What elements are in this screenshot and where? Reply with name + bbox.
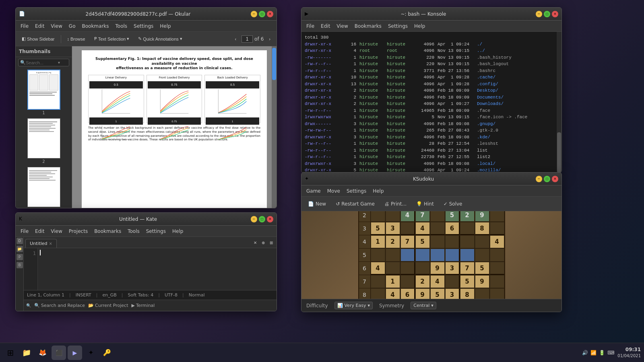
sudoku-cell-r4-c3[interactable]: 7 xyxy=(400,235,415,248)
sudoku-cell-r8-c3[interactable]: 6 xyxy=(400,288,415,299)
sudoku-cell-r8-c6[interactable]: 3 xyxy=(445,288,460,299)
sudoku-cell-r2-c7[interactable]: 2 xyxy=(460,211,475,222)
kate-side-doc-icon[interactable]: D xyxy=(17,238,23,244)
ksudoku-print-btn[interactable]: 🖨 Print... xyxy=(381,200,410,208)
ksudoku-menu-help[interactable]: Help xyxy=(369,187,387,195)
taskbar-files-icon[interactable]: 📁 xyxy=(19,346,34,360)
kate-split-btn[interactable]: ⊞ xyxy=(268,237,275,248)
sudoku-cell-r4-c1[interactable]: 1 xyxy=(371,235,385,248)
kate-search-replace-btn[interactable]: 🔍 Search and Replace xyxy=(34,303,85,308)
kate-menu-file[interactable]: File xyxy=(17,228,32,235)
sudoku-cell-r5-c8[interactable] xyxy=(475,249,489,261)
okular-minimize-btn[interactable]: − xyxy=(251,11,257,17)
kate-menu-view[interactable]: View xyxy=(47,228,65,235)
sudoku-cell-r7-c8[interactable]: 9 xyxy=(475,275,489,288)
konsole-menu-settings[interactable]: Settings xyxy=(385,23,411,30)
sudoku-cell-r5-c1[interactable] xyxy=(371,249,385,261)
sudoku-cell-r8-c7[interactable]: 8 xyxy=(460,288,475,299)
sudoku-cell-r3-c2[interactable]: 3 xyxy=(386,222,400,235)
konsole-maximize-btn[interactable]: □ xyxy=(544,11,550,17)
konsole-menu-view[interactable]: View xyxy=(333,23,351,30)
kate-status-encoding[interactable]: UTF-8 xyxy=(165,292,178,298)
sudoku-cell-r4-c5[interactable] xyxy=(430,235,445,248)
volume-icon[interactable]: 🔊 xyxy=(582,350,588,356)
konsole-scrollbar-thumb[interactable] xyxy=(557,132,561,173)
sudoku-cell-r5-c3[interactable] xyxy=(400,249,415,261)
sudoku-cell-r5-c6[interactable] xyxy=(445,249,460,261)
okular-text-selection-btn[interactable]: Ᵽ Text Selection ▾ xyxy=(91,34,133,44)
sudoku-cell-r6-c1[interactable]: 4 xyxy=(371,262,385,275)
ksudoku-menu-move[interactable]: Move xyxy=(324,187,343,195)
taskbar-firefox-icon[interactable]: 🦊 xyxy=(35,346,50,360)
kate-tab-untitled[interactable]: Untitled × xyxy=(25,239,57,248)
okular-menu-help[interactable]: Help xyxy=(157,23,174,30)
konsole-close-btn[interactable]: × xyxy=(552,11,558,17)
sudoku-cell-r5-c5[interactable] xyxy=(430,249,445,261)
ksudoku-solve-btn[interactable]: ✓ Solve xyxy=(440,200,466,208)
taskbar-kleopatra-icon[interactable]: 🔑 xyxy=(100,346,114,360)
sudoku-cell-r5-c9[interactable] xyxy=(490,249,504,261)
sudoku-cell-r6-c2[interactable] xyxy=(386,262,400,275)
kate-close-btn[interactable]: × xyxy=(267,216,273,222)
kate-status-syntax[interactable]: Normal xyxy=(189,292,205,298)
okular-next-btn[interactable]: › xyxy=(265,34,274,44)
konsole-menu-edit[interactable]: Edit xyxy=(318,23,333,30)
okular-sidebar-search-input[interactable] xyxy=(26,60,58,65)
sudoku-cell-r2-c6[interactable]: 5 xyxy=(445,211,460,222)
okular-scrollbar[interactable] xyxy=(272,46,277,208)
okular-show-sidebar-btn[interactable]: ◧ Show Sidebar xyxy=(18,34,58,44)
ksudoku-hint-btn[interactable]: 💡 Hint xyxy=(413,200,437,208)
sudoku-cell-r7-c7[interactable]: 5 xyxy=(460,275,475,288)
ksudoku-maximize-btn[interactable]: □ xyxy=(544,176,550,182)
kate-close-doc-btn[interactable]: ✕ xyxy=(252,237,259,248)
sudoku-cell-r8-c9[interactable] xyxy=(490,288,504,299)
sudoku-cell-r8-c5[interactable]: 5 xyxy=(430,288,445,299)
kate-editor[interactable]: 1 xyxy=(24,248,277,290)
kate-side-search-icon[interactable]: B xyxy=(17,262,23,268)
keyboard-icon[interactable]: ⌨ xyxy=(607,350,614,356)
ksudoku-symmetry-dropdown[interactable]: Central ▾ xyxy=(411,302,436,309)
sudoku-cell-r2-c3[interactable]: 4 xyxy=(400,211,415,222)
kate-side-bookmark-icon[interactable]: P xyxy=(17,254,23,260)
sudoku-cell-r2-c8[interactable]: 9 xyxy=(475,211,489,222)
sudoku-cell-r3-c8[interactable]: 8 xyxy=(475,222,489,235)
battery-icon[interactable]: 🔋 xyxy=(599,350,605,356)
sudoku-cell-r8-c2[interactable]: 4 xyxy=(386,288,400,299)
konsole-terminal[interactable]: total 380drwxr-xr-x16hirsutehirsute4096A… xyxy=(301,32,557,173)
kate-menu-projects[interactable]: Projects xyxy=(66,228,91,235)
sudoku-cell-r3-c1[interactable]: 5 xyxy=(371,222,385,235)
sudoku-cell-r8-c8[interactable] xyxy=(475,288,489,299)
kate-side-folder-icon[interactable]: 📁 xyxy=(17,246,23,252)
kate-minimize-btn[interactable]: − xyxy=(251,216,257,222)
network-icon[interactable]: 📶 xyxy=(590,350,597,356)
kate-status-tabs[interactable]: Soft Tabs: 4 xyxy=(128,292,153,298)
sudoku-cell-r2-c2[interactable] xyxy=(386,211,400,222)
sudoku-cell-r3-c7[interactable] xyxy=(460,222,475,235)
konsole-menu-help[interactable]: Help xyxy=(411,23,428,30)
konsole-scrollbar[interactable] xyxy=(557,32,561,173)
sudoku-cell-r6-c8[interactable]: 5 xyxy=(475,262,489,275)
sudoku-cell-r2-c9[interactable] xyxy=(490,211,504,222)
kate-maximize-btn[interactable]: □ xyxy=(259,216,265,222)
sudoku-cell-r3-c4[interactable]: 4 xyxy=(415,222,430,235)
sudoku-cell-r6-c5[interactable]: 9 xyxy=(430,262,445,275)
kate-tab-close-btn[interactable]: × xyxy=(49,241,52,246)
okular-pdf-viewer[interactable]: Supplementary Fig. 1: Impact of vaccine … xyxy=(72,46,277,208)
sudoku-cell-r7-c5[interactable]: 4 xyxy=(430,275,445,288)
okular-maximize-btn[interactable]: □ xyxy=(259,11,265,17)
taskbar-clock[interactable]: 09:31 01/04/2021 xyxy=(617,347,641,358)
search-filter-icon[interactable]: ▾ xyxy=(58,60,60,65)
sudoku-board[interactable]: 1793224752935346841275456493757124598469… xyxy=(358,211,505,299)
okular-prev-btn[interactable]: ‹ xyxy=(231,34,240,44)
sudoku-cell-r7-c2[interactable]: 1 xyxy=(386,275,400,288)
kate-menu-settings[interactable]: Settings xyxy=(143,228,169,235)
sudoku-cell-r4-c4[interactable]: 5 xyxy=(415,235,430,248)
sudoku-cell-r2-c4[interactable]: 7 xyxy=(415,211,430,222)
sudoku-cell-r8-c1[interactable] xyxy=(371,288,385,299)
sudoku-cell-r6-c3[interactable] xyxy=(400,262,415,275)
ksudoku-difficulty-dropdown[interactable]: 📊 Very Easy ▾ xyxy=(334,302,373,309)
okular-scrollbar-thumb[interactable] xyxy=(272,48,276,80)
okular-close-btn[interactable]: × xyxy=(267,11,273,17)
kate-status-lang[interactable]: en_GB xyxy=(102,292,116,298)
sudoku-cell-r7-c9[interactable] xyxy=(490,275,504,288)
